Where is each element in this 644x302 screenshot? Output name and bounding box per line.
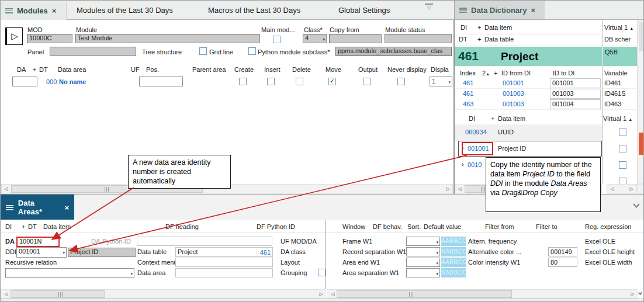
id-to-cell[interactable]: 001003 xyxy=(550,89,601,99)
display-select[interactable]: 1 ▾ xyxy=(430,77,452,86)
col-move[interactable]: Move xyxy=(326,66,341,73)
variable-header[interactable]: Variable xyxy=(604,70,628,77)
tab-modules[interactable]: Modules × xyxy=(1,2,67,20)
dd-virtual-header[interactable]: Virtual 1 ▲ xyxy=(603,115,632,122)
dd-data-table-header[interactable]: Data table xyxy=(484,36,514,43)
add-icon[interactable]: + xyxy=(33,66,36,73)
da-id-field[interactable]: 10001N xyxy=(16,237,60,247)
scroll-right-icon[interactable]: ▷ xyxy=(444,185,452,193)
mod-field[interactable]: 10000C xyxy=(27,34,72,43)
module-field[interactable]: Test Module xyxy=(75,34,260,43)
da-col-df-python-id[interactable]: DF Python ID xyxy=(257,223,295,230)
da-python-id-field[interactable] xyxy=(137,237,272,246)
area-end-color-field[interactable]: AABBCC xyxy=(441,258,466,267)
dd-di-header[interactable]: DI xyxy=(461,24,467,31)
scroll-left-icon[interactable]: ◁ xyxy=(608,185,617,193)
tab-data-dictionary[interactable]: Data Dictionary × xyxy=(455,1,545,19)
index-row[interactable]: 461 001001 001001 ID461 xyxy=(455,78,637,89)
scroll-thumb[interactable] xyxy=(639,22,644,51)
index-row[interactable]: 461 001003 001003 ID461S xyxy=(455,89,637,99)
tab-macros-last-30[interactable]: Macros of the Last 30 Days xyxy=(208,6,300,15)
delete-checkbox[interactable] xyxy=(296,78,303,85)
context-menu-field[interactable] xyxy=(175,258,273,267)
tab-modules-last-30[interactable]: Modules of the Last 30 Days xyxy=(77,6,173,15)
alternative-color-value-field[interactable]: 000149 xyxy=(548,247,577,256)
col-data-area[interactable]: Data area xyxy=(58,66,86,73)
move-checkbox[interactable]: ✓ xyxy=(328,78,336,85)
grouping-checkbox[interactable] xyxy=(318,269,326,276)
selected-table-row[interactable]: 461 Project xyxy=(455,47,602,66)
dd-mini-hscrollbar[interactable]: ◁ ▷ xyxy=(607,184,637,194)
scroll-left-icon[interactable]: ◁ xyxy=(2,290,11,298)
row-dt-value[interactable]: 000 xyxy=(46,78,57,85)
ddi-name-field[interactable]: Project ID xyxy=(68,248,136,257)
da-col-di[interactable]: DI xyxy=(5,223,12,230)
add-icon[interactable]: + xyxy=(477,24,481,31)
run-button[interactable]: ▷ xyxy=(5,27,23,45)
da-col-data-item[interactable]: Data item xyxy=(43,223,71,230)
scroll-right-icon[interactable]: ▷ xyxy=(627,185,636,193)
create-checkbox[interactable] xyxy=(239,78,247,85)
python-subclass-field[interactable]: ppms.module_subclasses.base_clas xyxy=(335,47,452,56)
col-uf[interactable]: UF xyxy=(131,66,140,73)
dd-data-item-header[interactable]: Data item xyxy=(484,24,512,31)
col-da[interactable]: DA xyxy=(17,66,26,73)
da-col-default-value[interactable]: Default value xyxy=(424,223,461,230)
dd-dt-header[interactable]: DT xyxy=(459,36,468,43)
menu-icon[interactable] xyxy=(6,205,13,210)
id-from-header[interactable]: ID from DI xyxy=(501,70,531,77)
collapse-chevron-icon[interactable] xyxy=(633,201,639,207)
col-display[interactable]: Displa xyxy=(431,66,449,73)
scroll-thumb[interactable] xyxy=(337,290,512,298)
row-pos-field[interactable] xyxy=(139,77,183,86)
dd-db-schema-header[interactable]: DB scher xyxy=(604,36,631,43)
frame-w1-color-field[interactable]: AABBCC xyxy=(441,237,466,246)
virtual-checkbox[interactable] xyxy=(619,145,626,152)
recursive-relation-select[interactable]: ▾ xyxy=(5,268,134,278)
da-col-dt[interactable]: DT xyxy=(28,223,37,230)
scroll-left-icon[interactable]: ◁ xyxy=(455,185,464,193)
col-parent-area[interactable]: Parent area xyxy=(192,66,226,73)
record-separation-w1-select[interactable]: ▾ xyxy=(406,247,440,256)
area-end-w1-select[interactable]: ▾ xyxy=(406,258,440,267)
da-col-filter-from[interactable]: Filter from xyxy=(485,223,514,230)
ddi-combo[interactable]: 001001 ▾ xyxy=(16,247,67,258)
da-col-reg-expression[interactable]: Reg. expression xyxy=(585,223,632,230)
scroll-grip[interactable] xyxy=(58,292,65,297)
frame-w1-select[interactable]: ▾ xyxy=(406,237,440,246)
color-intensity-value-field[interactable]: 80 xyxy=(548,258,577,267)
index-row[interactable]: 463 001003 001004 ID463 xyxy=(455,99,637,110)
data-item-row-selected[interactable]: › 001001 Project ID xyxy=(455,141,637,157)
virtual-checkbox[interactable] xyxy=(619,161,626,169)
data-item-row[interactable]: 060934 UUID xyxy=(455,124,637,141)
scroll-left-icon[interactable]: ◁ xyxy=(2,185,11,193)
col-delete[interactable]: Delete xyxy=(292,66,311,73)
record-separation-color-field[interactable]: AABBCC xyxy=(441,247,466,256)
da-left-hscrollbar[interactable]: ◁ ▷ xyxy=(1,289,326,298)
scroll-right-icon[interactable]: ▷ xyxy=(317,290,326,298)
close-icon[interactable]: × xyxy=(64,203,69,212)
menu-icon[interactable] xyxy=(5,8,13,13)
index-header[interactable]: Index xyxy=(460,70,476,77)
panel-field[interactable] xyxy=(50,47,136,56)
da-col-window[interactable]: Window xyxy=(342,223,365,230)
add-icon[interactable]: + xyxy=(477,36,481,43)
da-col-df-heading[interactable]: DF heading xyxy=(165,223,199,230)
data-table-field[interactable]: Project 461 xyxy=(175,247,273,257)
scroll-grip[interactable] xyxy=(409,292,416,297)
scroll-left-icon[interactable]: ◁ xyxy=(328,290,337,298)
da-col-filter-to[interactable]: Filter to xyxy=(536,223,558,230)
row-da-field[interactable] xyxy=(12,77,37,86)
id-to-header[interactable]: ID to DI xyxy=(553,70,574,77)
index-sort-order[interactable]: 2▲ xyxy=(482,70,490,77)
col-insert[interactable]: Insert xyxy=(264,66,281,73)
close-icon[interactable]: × xyxy=(531,6,535,15)
grid-line-checkbox[interactable] xyxy=(199,47,207,55)
add-icon[interactable]: + xyxy=(491,115,494,122)
menu-icon[interactable] xyxy=(459,8,467,13)
virtual-checkbox[interactable] xyxy=(619,129,626,136)
tab-data-areas[interactable]: Data Areas* × xyxy=(1,195,74,220)
close-icon[interactable]: × xyxy=(52,6,57,15)
row-data-area-name[interactable]: No name xyxy=(59,78,86,85)
resize-chevron-icon[interactable] xyxy=(638,291,642,295)
